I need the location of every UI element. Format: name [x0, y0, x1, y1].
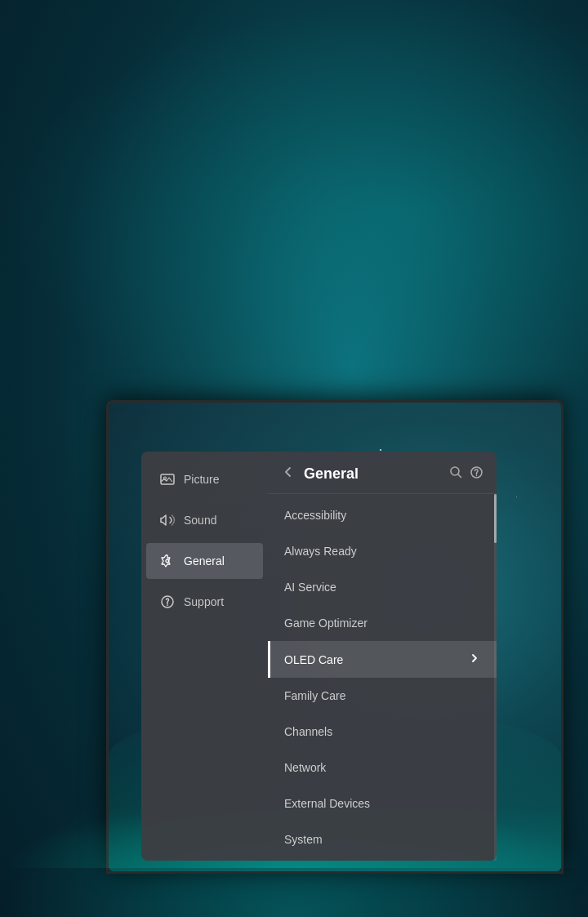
menu-item-network[interactable]: Network: [268, 750, 497, 786]
menu-item-always-ready[interactable]: Always Ready: [268, 533, 497, 569]
main-panel: General: [268, 452, 497, 861]
menu-item-accessibility[interactable]: Accessibility: [268, 497, 497, 533]
panel-content[interactable]: AccessibilityAlways ReadyAI ServiceGame …: [268, 494, 497, 861]
menu-item-label-oled-care: OLED Care: [284, 653, 343, 666]
menu-item-family-care[interactable]: Family Care: [268, 678, 497, 714]
menu-item-label-system: System: [284, 833, 323, 846]
sidebar-label-support: Support: [184, 595, 224, 608]
tv-screen: Picture Sound: [109, 403, 561, 871]
help-button[interactable]: [470, 465, 483, 483]
menu-item-channels[interactable]: Channels: [268, 714, 497, 750]
chevron-right-icon: [469, 652, 480, 666]
tv-frame: Picture Sound: [106, 400, 564, 874]
search-button[interactable]: [449, 465, 463, 483]
svg-point-2: [166, 559, 169, 563]
menu-item-label-family-care: Family Care: [284, 689, 345, 702]
sidebar: Picture Sound: [141, 452, 268, 861]
picture-icon: [159, 471, 176, 487]
menu-item-label-network: Network: [284, 761, 326, 774]
menu-item-ai-service[interactable]: AI Service: [268, 569, 497, 605]
sidebar-label-picture: Picture: [184, 473, 220, 486]
menu-item-label-ai-service: AI Service: [284, 581, 336, 594]
back-button[interactable]: [281, 465, 296, 483]
menu-item-game-optimizer[interactable]: Game Optimizer: [268, 605, 497, 641]
sidebar-item-sound[interactable]: Sound: [146, 502, 263, 538]
svg-point-7: [476, 475, 477, 476]
menu-item-system[interactable]: System: [268, 821, 497, 857]
header-icons: [449, 465, 483, 483]
menu-item-oled-care[interactable]: OLED Care: [268, 641, 497, 678]
sound-icon: [159, 512, 176, 528]
panel-header: General: [268, 452, 497, 494]
menu-item-label-game-optimizer: Game Optimizer: [284, 617, 368, 630]
menu-item-external-devices[interactable]: External Devices: [268, 786, 497, 821]
menu-item-label-always-ready: Always Ready: [284, 545, 357, 558]
background-glow-top: [0, 0, 588, 425]
sidebar-item-picture[interactable]: Picture: [146, 461, 263, 497]
menu-item-label-external-devices: External Devices: [284, 797, 370, 810]
menu-item-label-channels: Channels: [284, 725, 332, 738]
menu-overlay: Picture Sound: [141, 452, 497, 861]
sidebar-item-general[interactable]: General: [146, 543, 263, 579]
general-icon: [159, 553, 176, 569]
scroll-indicator: [494, 494, 497, 861]
panel-title: General: [304, 465, 441, 483]
sidebar-label-general: General: [184, 554, 225, 568]
menu-item-label-accessibility: Accessibility: [284, 509, 346, 522]
support-icon: [159, 594, 176, 610]
menu-items-list: AccessibilityAlways ReadyAI ServiceGame …: [268, 497, 497, 857]
sidebar-item-support[interactable]: Support: [146, 584, 263, 620]
scroll-thumb: [494, 494, 497, 543]
svg-point-4: [167, 605, 168, 607]
sidebar-label-sound: Sound: [184, 514, 216, 527]
